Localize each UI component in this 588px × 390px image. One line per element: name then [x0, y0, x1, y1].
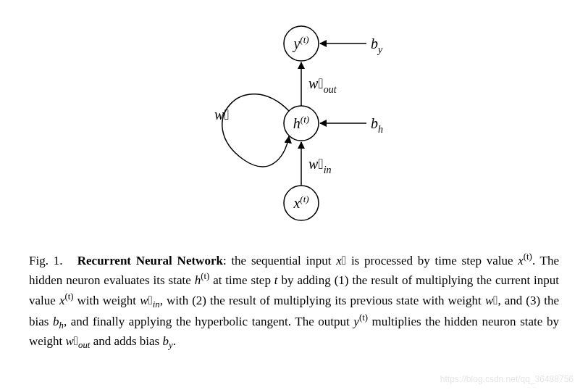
- caption-ht-sup: (t): [201, 271, 209, 281]
- label-bh: bh: [371, 115, 383, 135]
- caption-text-12: .: [173, 334, 176, 348]
- caption-xvec: x⃗: [336, 254, 346, 267]
- caption-bh-base: b: [53, 315, 59, 328]
- caption-yt-sup: (t): [359, 312, 368, 323]
- label-w-in: w⃗in: [308, 156, 332, 175]
- caption-text-11: and adds bias: [90, 334, 162, 348]
- label-w-out: w⃗out: [308, 75, 337, 95]
- fig-number: Fig. 1.: [29, 254, 62, 267]
- caption-xt2-sup: (t): [64, 291, 73, 302]
- node-y-label: y(t): [292, 34, 308, 52]
- caption-text-1: : the sequential input: [223, 254, 336, 267]
- caption-xt-base: x: [518, 254, 524, 267]
- caption-wout-base: w⃗: [66, 334, 79, 348]
- label-by: by: [371, 36, 383, 55]
- rnn-diagram: y(t) h(t) x(t) w⃗in w⃗out by bh w⃗: [29, 14, 559, 232]
- node-x-label: x(t): [293, 194, 308, 211]
- edge-recurrent: [222, 94, 289, 167]
- node-h-label: h(t): [293, 114, 309, 131]
- diagram-svg: y(t) h(t) x(t) w⃗in w⃗out by bh w⃗: [164, 14, 424, 232]
- caption-yt-base: y: [353, 315, 359, 328]
- caption-wrec: w⃗: [485, 293, 498, 307]
- caption-text-2: is processed by time step value: [346, 254, 518, 267]
- caption-by-base: b: [162, 334, 169, 348]
- caption-text-9: , and finally applying the hyperbolic ta…: [64, 315, 353, 328]
- label-w-rec: w⃗: [214, 107, 230, 123]
- caption-text-4: at time step: [209, 273, 274, 287]
- caption-win-base: w⃗: [140, 293, 153, 307]
- caption-wout-sub: out: [78, 340, 90, 350]
- caption-ht-base: h: [195, 273, 201, 287]
- caption-win-sub: in: [153, 299, 160, 310]
- figure-caption: Fig. 1. Recurrent Neural Network: the se…: [29, 250, 559, 352]
- caption-xt-sup: (t): [524, 252, 532, 262]
- caption-text-7: , with (2) the result of multiplying its…: [160, 293, 485, 307]
- caption-title: Recurrent Neural Network: [77, 254, 223, 267]
- caption-text-6: with weight: [73, 293, 140, 307]
